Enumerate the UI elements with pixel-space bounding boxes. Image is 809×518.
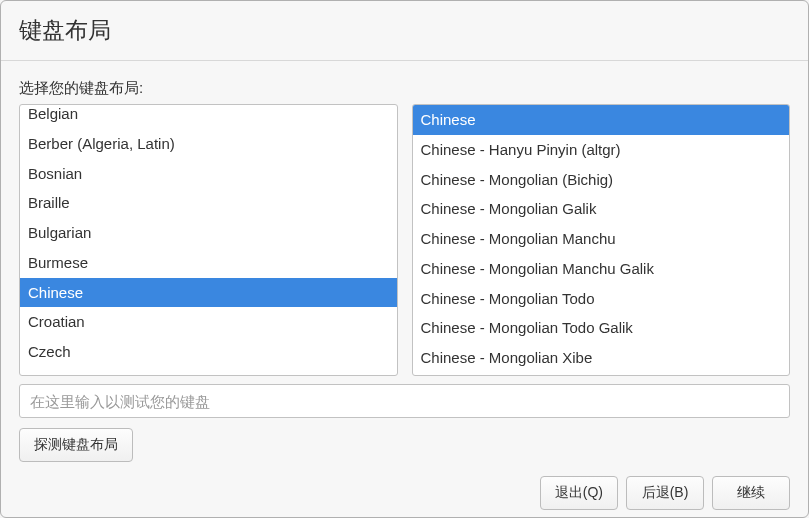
layout-language-item[interactable]: Braille bbox=[20, 188, 397, 218]
layout-language-item[interactable]: Croatian bbox=[20, 307, 397, 337]
layout-variant-item[interactable]: Chinese - Mongolian Todo bbox=[413, 284, 790, 314]
layout-language-list[interactable]: BelgianBerber (Algeria, Latin)BosnianBra… bbox=[19, 104, 398, 376]
layout-variant-list[interactable]: ChineseChinese - Hanyu Pinyin (altgr)Chi… bbox=[412, 104, 791, 376]
layout-language-item[interactable]: Chinese bbox=[20, 278, 397, 308]
layout-language-item[interactable]: Bosnian bbox=[20, 159, 397, 189]
layout-language-item[interactable]: Berber (Algeria, Latin) bbox=[20, 129, 397, 159]
back-button[interactable]: 后退(B) bbox=[626, 476, 704, 510]
content-area: 选择您的键盘布局: BelgianBerber (Algeria, Latin)… bbox=[1, 61, 808, 462]
layout-variant-item[interactable]: Chinese - Mongolian (Bichig) bbox=[413, 165, 790, 195]
layout-variant-item[interactable]: Chinese - Hanyu Pinyin (altgr) bbox=[413, 135, 790, 165]
layout-variant-item[interactable]: Chinese bbox=[413, 105, 790, 135]
layout-language-item[interactable]: Danish bbox=[20, 367, 397, 376]
layout-variant-item[interactable]: Chinese - Tibetan bbox=[413, 373, 790, 376]
layout-language-item[interactable]: Czech bbox=[20, 337, 397, 367]
quit-button[interactable]: 退出(Q) bbox=[540, 476, 618, 510]
layout-variant-item[interactable]: Chinese - Mongolian Manchu Galik bbox=[413, 254, 790, 284]
layout-variant-item[interactable]: Chinese - Mongolian Galik bbox=[413, 194, 790, 224]
detect-row: 探测键盘布局 bbox=[19, 428, 790, 462]
title-bar: 键盘布局 bbox=[1, 1, 808, 61]
layout-variant-item[interactable]: Chinese - Mongolian Manchu bbox=[413, 224, 790, 254]
lists-row: BelgianBerber (Algeria, Latin)BosnianBra… bbox=[19, 104, 790, 376]
layout-language-item[interactable]: Bulgarian bbox=[20, 218, 397, 248]
layout-variant-item[interactable]: Chinese - Mongolian Todo Galik bbox=[413, 313, 790, 343]
layout-variant-item[interactable]: Chinese - Mongolian Xibe bbox=[413, 343, 790, 373]
footer-buttons: 退出(Q) 后退(B) 继续 bbox=[1, 462, 808, 518]
continue-button[interactable]: 继续 bbox=[712, 476, 790, 510]
prompt-label: 选择您的键盘布局: bbox=[19, 79, 790, 98]
layout-language-item[interactable]: Belgian bbox=[20, 104, 397, 129]
detect-layout-button[interactable]: 探测键盘布局 bbox=[19, 428, 133, 462]
window-title: 键盘布局 bbox=[19, 15, 790, 46]
layout-language-item[interactable]: Burmese bbox=[20, 248, 397, 278]
keyboard-layout-window: 键盘布局 选择您的键盘布局: BelgianBerber (Algeria, L… bbox=[0, 0, 809, 518]
keyboard-test-input[interactable] bbox=[19, 384, 790, 418]
